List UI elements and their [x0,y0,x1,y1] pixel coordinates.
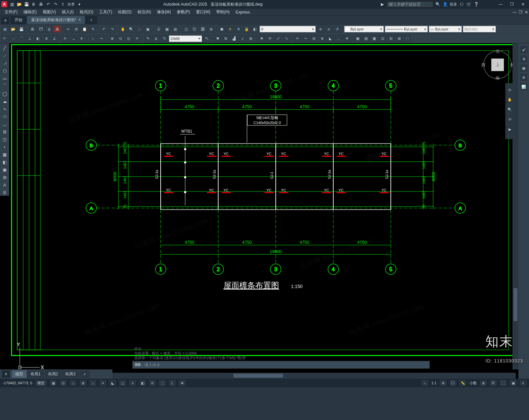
sb-grid-icon[interactable]: ▦ [50,380,57,386]
sb-trans-icon[interactable]: ◧ [139,380,146,386]
search-icon[interactable]: 🔍 [435,2,440,7]
m-g5-icon[interactable]: ⊟ [387,35,394,42]
drawing-area[interactable]: ╱ ⟋ ⩘ ⬠ ▭ ⌒ ◯ ☁ ∿ ⬭ ◡ ⊞ ◫ • ▦ ◧ ▣ ⊞ A ☰ … [0,43,529,379]
doc-close-button[interactable]: ✕ [524,10,529,15]
dim-center-icon[interactable]: ⊙ [117,35,124,42]
tb-layercolor-icon[interactable]: ◧ [251,25,259,33]
tb-undo-icon[interactable]: ↶ [100,25,107,33]
sb-hw-icon[interactable]: ⛶ [500,380,507,386]
m-g2-icon[interactable]: ▨ [362,35,370,42]
m-g3-icon[interactable]: ▩ [371,35,378,42]
rp-brush-icon[interactable]: 🖌 [520,46,527,53]
sb-osnap-icon[interactable]: ◻ [119,380,126,386]
viewcube[interactable]: 上 北 南 西 东 [483,50,512,80]
menu-file[interactable]: 文件(F) [2,9,20,16]
sb-cycle-icon[interactable]: ⟳ [149,380,156,386]
rp-sheet-icon[interactable]: 🗎 [520,74,527,81]
m-move-icon[interactable]: ✥ [258,35,265,42]
m-array-icon[interactable]: ⊞ [247,35,254,42]
file-tab-start[interactable]: 开始 [11,16,26,24]
prop-lweight-combo[interactable]: — ByLayer▾ [429,26,462,32]
sb-3dosnap-icon[interactable]: ⬚ [159,380,166,386]
dim-linear-icon[interactable]: ⊢ [1,35,9,42]
tb-preview-icon[interactable]: 🗔 [37,25,44,33]
window-close-button[interactable]: ✕ [518,1,528,8]
viewcube-s[interactable]: 南 [496,75,500,81]
m-extend-icon[interactable]: ⤳ [302,35,309,42]
dim-inspect-icon[interactable]: ◎ [125,35,132,42]
dim-arc-icon[interactable]: ⌒ [18,35,25,42]
menu-modify[interactable]: 修改(M) [154,9,174,16]
m-rotate-icon[interactable]: ⟳ [266,35,273,42]
tb-props-icon[interactable]: ☰ [155,25,162,33]
qat-saveas-icon[interactable]: 🗎 [31,2,36,7]
dim-style-icon[interactable]: ⛏ [203,35,210,42]
tb-laymcur-icon[interactable]: ≋ [317,25,324,33]
tb-layer-icon[interactable]: ☗ [218,25,225,33]
tb-zoom-icon[interactable]: 🔍 [128,25,135,33]
menu-draw[interactable]: 绘图(D) [115,9,134,16]
prop-layer-combo[interactable]: ByLayer▾ [344,26,384,32]
title-search-go-icon[interactable]: ▶ [380,2,385,7]
help-search-input[interactable]: 键入关键字或短语 [387,1,433,7]
sb-units-icon[interactable]: 📏 [460,380,466,386]
dim-aligned-icon[interactable]: ⟋ [10,35,17,42]
dim-rad-icon[interactable]: ◐ [34,35,42,42]
qat-new-icon[interactable]: ▥ [9,2,15,7]
dim-base-icon[interactable]: ⫠ [70,35,77,42]
menu-tools[interactable]: 工具(T) [97,9,115,16]
layout-tab-2[interactable]: 布局2 [45,370,61,378]
tb-publish-icon[interactable]: 🖨 [45,25,53,33]
tb-freeze-icon[interactable]: ❄ [235,25,242,33]
m-fillet-icon[interactable]: ◟ [335,35,342,42]
tb-match-icon[interactable]: ✎ [89,25,97,33]
layer-combo[interactable]: 0▾ [260,26,316,32]
sb-ducs-icon[interactable]: L [169,380,176,386]
tb-layiso-icon[interactable]: ⧈ [325,25,332,33]
m-trim-icon[interactable]: ✂ [294,35,301,42]
qat-redo-icon[interactable]: ↷ [53,2,58,7]
cart-icon[interactable]: 🛒 [466,2,471,7]
menu-param[interactable]: 参数(P) [174,9,193,16]
app-logo-icon[interactable]: A [1,1,7,7]
sb-custom-icon[interactable]: ≡ [520,380,526,386]
tb-xref-icon[interactable]: ⿻ [191,25,198,33]
help-icon[interactable]: ❔ [473,2,479,7]
m-copy-icon[interactable]: ⧉ [222,35,229,42]
sb-gizmo-icon[interactable]: ✥ [179,380,185,386]
sb-infer-icon[interactable]: ⊥ [70,380,76,386]
account-login-label[interactable]: 登录 [450,2,457,7]
qat-undo-icon[interactable]: ↶ [46,2,51,7]
dim-tol-icon[interactable]: ⊕ [108,35,116,42]
tb-save-icon[interactable]: 💾 [18,25,25,33]
menu-dim[interactable]: 标注(N) [135,9,154,16]
status-space-button[interactable]: 模型 [35,380,47,386]
file-tab-menu-icon[interactable]: ≡ [1,17,9,24]
qat-share-icon[interactable]: ⇪ [60,2,65,7]
rp-blocks-icon[interactable]: ▦ [520,64,527,72]
status-units[interactable]: 小数 [469,381,477,386]
rp-count-icon[interactable]: 📊 [520,83,527,90]
layout-tab-3[interactable]: 布局3 [62,370,79,378]
tb-copy-icon[interactable]: ⧉ [73,25,80,33]
sb-lwt-icon[interactable]: ≡ [129,380,136,386]
tb-zoomwin-icon[interactable]: ⬚ [136,25,143,33]
dim-ord-icon[interactable]: ⊥ [26,35,33,42]
menu-express[interactable]: Express [233,9,253,15]
file-tab-add-button[interactable]: ＋ [85,16,97,24]
tb-dc-icon[interactable]: ▦ [163,25,171,33]
dim-quick-icon[interactable]: ⊩ [62,35,69,42]
doc-restore-button[interactable]: ❐ [518,10,523,15]
tb-sun-icon[interactable]: ☀ [226,25,234,33]
m-g1-icon[interactable]: ▦ [354,35,361,42]
viewcube-w[interactable]: 西 [481,62,485,68]
m-stretch-icon[interactable]: ⤡ [283,35,290,42]
layout-tab-add[interactable]: ＋ [79,370,90,378]
command-line-input[interactable]: ⌨ ▹ 键入命令 [132,361,430,369]
h-scrollbar[interactable] [112,373,516,379]
sb-polar-icon[interactable]: ✶ [100,380,106,386]
m-scale-icon[interactable]: ⤢ [274,35,282,42]
layout-tab-1[interactable]: 布局1 [27,370,44,378]
menu-help[interactable]: 帮助(H) [214,9,232,16]
m-join-icon[interactable]: ⊕ [318,35,326,42]
